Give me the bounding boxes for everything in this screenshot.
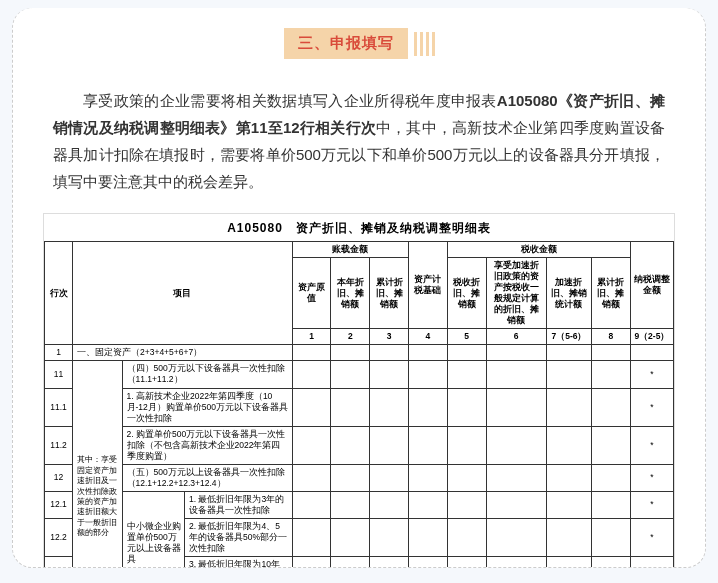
cell-star: *	[630, 388, 673, 426]
th-c4: 资产计税基础	[409, 242, 448, 329]
cell-star: *	[630, 491, 673, 518]
row-12-1: 12.1 中小微企业购置单价500万元以上设备器具 1. 最低折旧年限为3年的设…	[45, 491, 674, 518]
num-8: 8	[592, 329, 631, 345]
cell-star: *	[630, 464, 673, 491]
th-c3: 累计折旧、摊销额	[370, 258, 409, 329]
badge-title: 三、申报填写	[284, 28, 408, 59]
badge-decoration	[414, 32, 435, 56]
cell-rownum: 1	[45, 345, 73, 361]
th-c2: 本年折旧、摊销额	[331, 258, 370, 329]
row-11-2: 11.2 2. 购置单价500万元以下设备器具一次性扣除（不包含高新技术企业20…	[45, 426, 674, 464]
num-5: 5	[447, 329, 486, 345]
cell-rownum: 11.1	[45, 388, 73, 426]
th-rownum: 行次	[45, 242, 73, 345]
cell-item: （五）500万元以上设备器具一次性扣除（12.1+12.2+12.3+12.4）	[122, 464, 292, 491]
th-c6: 享受加速折旧政策的资产按税收一般规定计算的折旧、摊销额	[486, 258, 546, 329]
row-1: 1 一、固定资产（2+3+4+5+6+7）	[45, 345, 674, 361]
table-title: A105080 资产折旧、摊销及纳税调整明细表	[44, 214, 674, 241]
cell-item: 2. 最低折旧年限为4、5年的设备器具50%部分一次性扣除	[184, 518, 292, 556]
num-1: 1	[292, 329, 331, 345]
cell-star: *	[630, 426, 673, 464]
cell-item: 1. 高新技术企业2022年第四季度（10月-12月）购置单价500万元以下设备…	[122, 388, 292, 426]
text-part1: 享受政策的企业需要将相关数据填写入企业所得税年度申报表	[83, 92, 497, 109]
cell-item: 3. 最低折旧年限为10年的设备器具50%部分一次性扣除	[184, 557, 292, 568]
section-header: 三、申报填写	[13, 28, 705, 59]
page-container: 三、申报填写 享受政策的企业需要将相关数据填写入企业所得税年度申报表A10508…	[12, 8, 706, 568]
th-group-zm: 账载金额	[292, 242, 408, 258]
num-4: 4	[409, 329, 448, 345]
cell-item: 2. 购置单价500万元以下设备器具一次性扣除（不包含高新技术企业2022年第四…	[122, 426, 292, 464]
cell-star: *	[630, 361, 673, 388]
cell-rownum: 12	[45, 464, 73, 491]
badge-box: 三、申报填写	[284, 28, 435, 59]
cell-item: （四）500万元以下设备器具一次性扣除（11.1+11.2）	[122, 361, 292, 388]
cell-rownum: 11	[45, 361, 73, 388]
th-c5: 税收折旧、摊销额	[447, 258, 486, 329]
th-c8: 累计折旧、摊销额	[592, 258, 631, 329]
cell-rownum: 12.3	[45, 557, 73, 568]
num-9: 9（2-5）	[630, 329, 673, 345]
num-6: 6	[486, 329, 546, 345]
header-row-1: 行次 项目 账载金额 资产计税基础 税收金额 纳税调整金额	[45, 242, 674, 258]
th-group-sw: 税收金额	[447, 242, 630, 258]
num-2: 2	[331, 329, 370, 345]
form-table: 行次 项目 账载金额 资产计税基础 税收金额 纳税调整金额 资产原值 本年折旧、…	[44, 241, 674, 568]
row-12: 12 （五）500万元以上设备器具一次性扣除（12.1+12.2+12.3+12…	[45, 464, 674, 491]
th-c1: 资产原值	[292, 258, 331, 329]
num-3: 3	[370, 329, 409, 345]
th-item: 项目	[73, 242, 293, 345]
cell-star: *	[630, 518, 673, 556]
th-c7: 加速折旧、摊销统计额	[546, 258, 591, 329]
cell-item: 一、固定资产（2+3+4+5+6+7）	[73, 345, 293, 361]
row-11: 11 其中：享受固定资产加速折旧及一次性扣除政策的资产加速折旧额大于一般折旧额的…	[45, 361, 674, 388]
cell-item: 1. 最低折旧年限为3年的设备器具一次性扣除	[184, 491, 292, 518]
cell-rownum: 12.2	[45, 518, 73, 556]
cell-rownum: 12.1	[45, 491, 73, 518]
num-7: 7（5-6）	[546, 329, 591, 345]
merged-label: 其中：享受固定资产加速折旧及一次性扣除政策的资产加速折旧额大于一般折旧额的部分	[73, 361, 123, 568]
row-11-1: 11.1 1. 高新技术企业2022年第四季度（10月-12月）购置单价500万…	[45, 388, 674, 426]
cell-subgroup: 中小微企业购置单价500万元以上设备器具	[122, 491, 184, 568]
intro-paragraph: 享受政策的企业需要将相关数据填写入企业所得税年度申报表A105080《资产折旧、…	[13, 87, 705, 213]
form-table-container: A105080 资产折旧、摊销及纳税调整明细表 行次 项目 账载金额 资产计税基…	[43, 213, 675, 568]
cell-star: *	[630, 557, 673, 568]
cell-rownum: 11.2	[45, 426, 73, 464]
th-c9: 纳税调整金额	[630, 242, 673, 329]
